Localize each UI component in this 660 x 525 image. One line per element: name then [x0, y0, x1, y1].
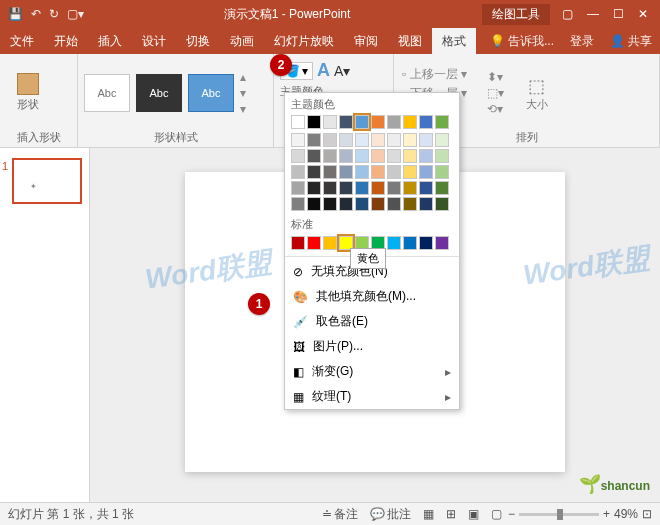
color-swatch[interactable] — [435, 181, 449, 195]
save-icon[interactable]: 💾 — [8, 7, 23, 21]
color-swatch[interactable] — [403, 133, 417, 147]
tab-slideshow[interactable]: 幻灯片放映 — [264, 28, 344, 54]
color-swatch[interactable] — [387, 115, 401, 129]
color-swatch[interactable] — [371, 165, 385, 179]
tab-view[interactable]: 视图 — [388, 28, 432, 54]
color-swatch[interactable] — [307, 236, 321, 250]
color-swatch[interactable] — [435, 165, 449, 179]
color-swatch[interactable] — [323, 181, 337, 195]
color-swatch[interactable] — [307, 165, 321, 179]
text-outline-icon[interactable]: A▾ — [334, 63, 350, 79]
color-swatch[interactable] — [387, 165, 401, 179]
color-swatch[interactable] — [435, 236, 449, 250]
more-colors-item[interactable]: 🎨其他填充颜色(M)... — [285, 284, 459, 309]
more-icon[interactable]: ▾ — [240, 102, 246, 116]
color-swatch[interactable] — [291, 165, 305, 179]
color-swatch[interactable] — [307, 181, 321, 195]
color-swatch[interactable] — [387, 133, 401, 147]
view-reading-icon[interactable]: ▣ — [462, 507, 485, 521]
zoom-in-icon[interactable]: + — [603, 507, 610, 521]
redo-icon[interactable]: ↻ — [49, 7, 59, 21]
color-swatch[interactable] — [435, 149, 449, 163]
color-swatch[interactable] — [371, 181, 385, 195]
gradient-fill-item[interactable]: ◧渐变(G)▸ — [285, 359, 459, 384]
style-preset-3[interactable]: Abc — [188, 74, 234, 112]
color-swatch[interactable] — [307, 115, 321, 129]
color-swatch[interactable] — [419, 197, 433, 211]
color-swatch[interactable] — [291, 133, 305, 147]
align-icon[interactable]: ⬍▾ — [487, 70, 504, 84]
color-swatch[interactable] — [323, 236, 337, 250]
login-button[interactable]: 登录 — [562, 33, 602, 50]
text-fill-icon[interactable]: A — [317, 60, 330, 81]
chevron-up-icon[interactable]: ▴ — [240, 70, 246, 84]
color-swatch[interactable] — [291, 149, 305, 163]
color-swatch[interactable] — [291, 115, 305, 129]
thumbnail-pane[interactable]: ✦ — [0, 148, 90, 502]
color-swatch[interactable] — [323, 133, 337, 147]
texture-fill-item[interactable]: ▦纹理(T)▸ — [285, 384, 459, 409]
tab-file[interactable]: 文件 — [0, 28, 44, 54]
size-icon[interactable]: ⬚ — [528, 75, 545, 97]
fit-icon[interactable]: ⊡ — [642, 507, 652, 521]
group-icon[interactable]: ⬚▾ — [487, 86, 504, 100]
zoom-level[interactable]: 49% — [614, 507, 638, 521]
color-swatch[interactable] — [403, 236, 417, 250]
color-swatch[interactable] — [355, 165, 369, 179]
color-swatch[interactable] — [403, 149, 417, 163]
color-swatch[interactable] — [307, 197, 321, 211]
color-swatch[interactable] — [355, 133, 369, 147]
color-swatch[interactable] — [291, 197, 305, 211]
color-swatch[interactable] — [339, 181, 353, 195]
rotate-icon[interactable]: ⟲▾ — [487, 102, 504, 116]
eyedropper-item[interactable]: 💉取色器(E) — [285, 309, 459, 334]
color-swatch[interactable] — [435, 197, 449, 211]
notes-button[interactable]: ≐ 备注 — [316, 506, 364, 523]
view-sorter-icon[interactable]: ⊞ — [440, 507, 462, 521]
color-swatch[interactable] — [339, 149, 353, 163]
picture-fill-item[interactable]: 🖼图片(P)... — [285, 334, 459, 359]
close-icon[interactable]: ✕ — [638, 7, 648, 21]
color-swatch[interactable] — [419, 165, 433, 179]
color-swatch[interactable] — [339, 165, 353, 179]
color-swatch[interactable] — [307, 133, 321, 147]
color-swatch[interactable] — [419, 181, 433, 195]
color-swatch[interactable] — [435, 115, 449, 129]
zoom-control[interactable]: − + 49% ⊡ — [508, 507, 652, 521]
chevron-down-icon[interactable]: ▾ — [240, 86, 246, 100]
color-swatch[interactable] — [387, 236, 401, 250]
color-swatch[interactable] — [403, 197, 417, 211]
color-swatch[interactable] — [355, 181, 369, 195]
tab-anim[interactable]: 动画 — [220, 28, 264, 54]
slideshow-icon[interactable]: ▢▾ — [67, 7, 84, 21]
color-swatch[interactable] — [419, 149, 433, 163]
zoom-out-icon[interactable]: − — [508, 507, 515, 521]
color-swatch[interactable] — [435, 133, 449, 147]
style-preset-2[interactable]: Abc — [136, 74, 182, 112]
undo-icon[interactable]: ↶ — [31, 7, 41, 21]
view-normal-icon[interactable]: ▦ — [417, 507, 440, 521]
ribbon-options-icon[interactable]: ▢ — [562, 7, 573, 21]
color-swatch[interactable] — [291, 181, 305, 195]
color-swatch[interactable] — [339, 115, 353, 129]
minimize-icon[interactable]: — — [587, 7, 599, 21]
color-swatch[interactable] — [291, 236, 305, 250]
tab-format[interactable]: 格式 — [432, 28, 476, 54]
slide-thumbnail-1[interactable]: ✦ — [12, 158, 82, 204]
color-swatch[interactable] — [355, 197, 369, 211]
color-swatch[interactable] — [387, 181, 401, 195]
color-swatch[interactable] — [339, 133, 353, 147]
color-swatch[interactable] — [403, 181, 417, 195]
tab-transition[interactable]: 切换 — [176, 28, 220, 54]
color-swatch[interactable] — [403, 115, 417, 129]
color-swatch[interactable] — [371, 133, 385, 147]
color-swatch[interactable] — [355, 115, 369, 129]
tab-insert[interactable]: 插入 — [88, 28, 132, 54]
shapes-gallery[interactable]: 形状 — [6, 73, 50, 113]
comments-button[interactable]: 💬 批注 — [364, 506, 417, 523]
bring-forward-button[interactable]: ▫ 上移一层 ▾ — [402, 66, 467, 83]
tell-me[interactable]: 💡告诉我... — [482, 33, 562, 50]
color-swatch[interactable] — [323, 197, 337, 211]
zoom-slider[interactable] — [519, 513, 599, 516]
color-swatch[interactable] — [371, 149, 385, 163]
